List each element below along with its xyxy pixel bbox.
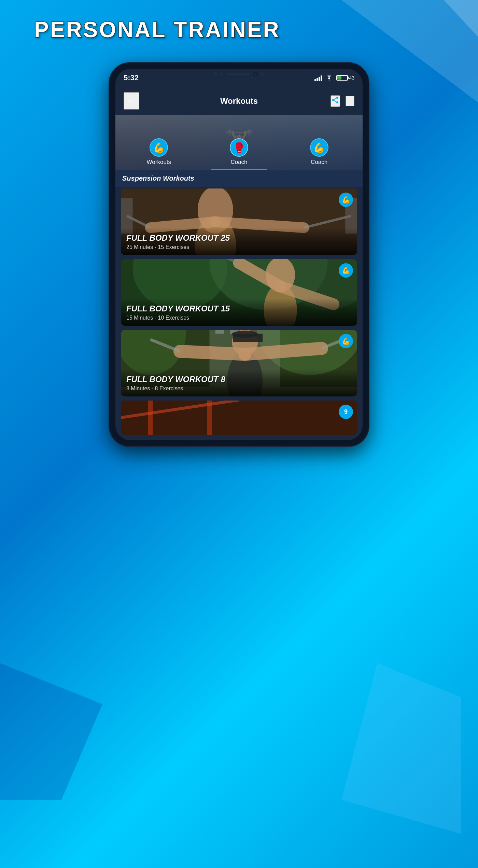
more-button[interactable]: ⋮ xyxy=(346,96,354,106)
share-icon xyxy=(331,96,339,104)
svg-point-1 xyxy=(336,97,338,99)
svg-line-4 xyxy=(334,100,337,102)
workout-2-title: FULL BODY WORKOUT 15 xyxy=(126,304,352,313)
header-actions: ⋮ xyxy=(331,95,354,107)
battery-indicator: 43 xyxy=(336,75,354,81)
status-time: 5:32 xyxy=(124,73,139,82)
workout-card-4[interactable]: 9 xyxy=(121,401,357,435)
phone-dot-right xyxy=(261,72,264,76)
section-title: Suspension Workouts xyxy=(122,174,194,182)
tabs-container: 💪 Workouts 🥊 Coach 💪 xyxy=(115,138,363,170)
phone-dot-2 xyxy=(220,72,224,76)
workout-3-meta: 8 Minutes - 8 Exercises xyxy=(126,386,352,392)
svg-line-10 xyxy=(215,222,304,228)
svg-line-9 xyxy=(151,222,215,228)
coach-alt-tab-label: Coach xyxy=(311,159,327,166)
phone-speaker xyxy=(226,73,250,75)
coach-tab-icon: 🥊 xyxy=(230,138,248,157)
phone-body: 5:32 xyxy=(109,63,369,446)
status-icons: 43 xyxy=(314,75,354,81)
workout-4-badge: 9 xyxy=(339,405,353,419)
svg-point-2 xyxy=(332,99,334,101)
bg-decoration-3 xyxy=(0,663,102,800)
page-title: PERSONAL TRAINER xyxy=(34,17,280,42)
workout-card-3[interactable]: FULL BODY WORKOUT 8 8 Minutes - 8 Exerci… xyxy=(121,330,357,396)
coach-tab-label: Coach xyxy=(230,159,247,166)
workout-card-1[interactable]: FULL BODY WORKOUT 25 25 Minutes - 15 Exe… xyxy=(121,188,357,255)
workout-1-title: FULL BODY WORKOUT 25 xyxy=(126,233,352,243)
svg-rect-29 xyxy=(215,330,224,334)
phone-screen: 5:32 xyxy=(115,69,363,440)
workout-1-badge: 💪 xyxy=(339,193,353,207)
workout-card-2[interactable]: FULL BODY WORKOUT 15 15 Minutes - 10 Exe… xyxy=(121,259,357,326)
tab-hero: 🏋️ 💪 Workouts 🥊 xyxy=(115,115,363,170)
svg-point-3 xyxy=(336,101,338,103)
svg-point-33 xyxy=(232,331,258,338)
wifi-icon xyxy=(325,75,333,81)
phone-mockup: 5:32 xyxy=(109,63,369,446)
tab-coach-main[interactable]: 🥊 Coach xyxy=(199,138,279,170)
workout-2-meta: 15 Minutes - 10 Exercises xyxy=(126,315,352,321)
workout-3-badge: 💪 xyxy=(339,334,353,348)
workouts-tab-label: Workouts xyxy=(147,159,171,166)
workout-3-title: FULL BODY WORKOUT 8 xyxy=(126,375,352,384)
svg-line-36 xyxy=(245,348,322,354)
phone-dot-left xyxy=(214,72,217,76)
coach-alt-tab-icon: 💪 xyxy=(310,138,328,157)
workout-2-badge: 💪 xyxy=(339,263,353,278)
svg-rect-40 xyxy=(121,401,357,435)
svg-point-0 xyxy=(329,80,330,81)
svg-line-5 xyxy=(334,98,337,99)
app-header: ← Workouts ⋮ xyxy=(115,87,363,115)
section-header: Suspension Workouts xyxy=(115,170,363,187)
battery-percent: 43 xyxy=(349,75,354,81)
share-button[interactable] xyxy=(331,95,340,107)
tab-workouts[interactable]: 💪 Workouts xyxy=(119,138,199,170)
svg-line-35 xyxy=(180,351,245,354)
signal-icon xyxy=(314,75,322,81)
bg-decoration-4 xyxy=(341,663,461,834)
back-button[interactable]: ← xyxy=(124,92,139,110)
workout-1-meta: 25 Minutes - 15 Exercises xyxy=(126,244,352,250)
workout-list: FULL BODY WORKOUT 25 25 Minutes - 15 Exe… xyxy=(115,187,363,440)
phone-camera xyxy=(253,72,258,76)
workouts-tab-icon: 💪 xyxy=(150,138,168,157)
tab-coach-alt[interactable]: 💪 Coach xyxy=(279,138,359,170)
header-title: Workouts xyxy=(220,96,258,106)
